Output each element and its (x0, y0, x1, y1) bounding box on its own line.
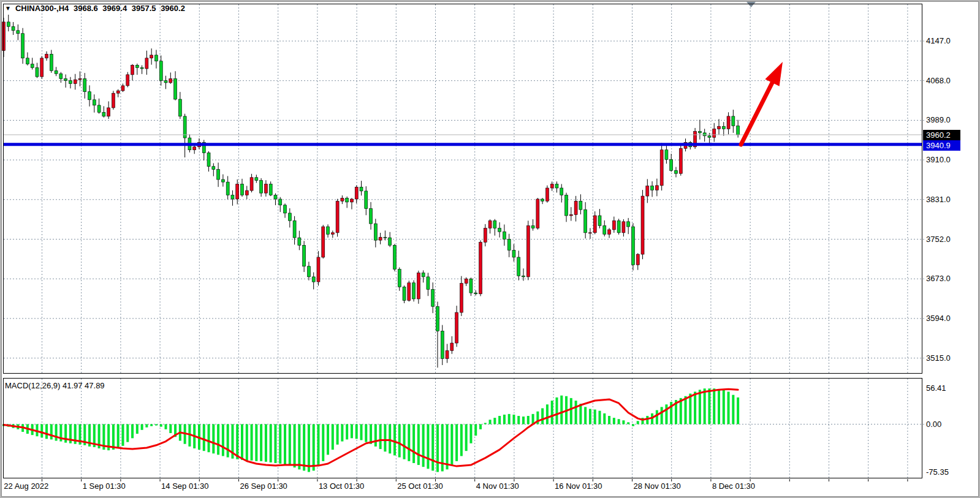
price-axis-label: 3515.0 (926, 353, 975, 363)
price-axis[interactable]: 4147.04068.03989.03910.03831.03752.03673… (922, 4, 980, 478)
macd-axis-label: 56.41 (926, 383, 946, 393)
price-axis-label: 3989.0 (926, 115, 975, 124)
ohlc-high: 3969.4 (102, 4, 127, 13)
macd-axis-label: 0.00 (926, 420, 941, 429)
macd-histogram-layer (2, 388, 739, 472)
level-price-badge: 3940.9 (923, 140, 960, 151)
time-axis[interactable]: 22 Aug 20221 Sep 01:3014 Sep 01:3026 Sep… (0, 479, 980, 495)
ohlc-close: 3960.2 (161, 4, 185, 13)
symbol-period-label: CHINA300-,H4 (15, 4, 69, 13)
ohlc-low: 3957.5 (132, 4, 156, 13)
drawing-objects-layer[interactable] (3, 2, 922, 145)
chart-window: ▼CHINA300-,H4 3968.6 3969.4 3957.5 3960.… (0, 0, 980, 498)
ohlc-open: 3968.6 (74, 4, 98, 13)
time-axis-label: 1 Sep 01:30 (83, 481, 126, 491)
time-axis-label: 14 Sep 01:30 (161, 481, 208, 491)
macd-indicator-label: MACD(12,26,9) 41.97 47.89 (5, 381, 105, 390)
price-axis-label: 3831.0 (926, 195, 975, 204)
pane-borders (4, 4, 922, 478)
macd-axis-label: -75.35 (926, 467, 949, 477)
time-axis-label: 22 Aug 2022 (4, 481, 48, 491)
trend-arrow[interactable] (741, 62, 783, 145)
chart-header: ▼CHINA300-,H4 3968.6 3969.4 3957.5 3960.… (5, 4, 188, 13)
price-axis-label: 4147.0 (926, 36, 975, 45)
price-axis-label: 3673.0 (926, 274, 975, 283)
chart-canvas[interactable] (0, 0, 980, 498)
price-axis-label: 3752.0 (926, 235, 975, 244)
time-axis-label: 16 Nov 01:30 (555, 481, 602, 491)
grid-layer (4, 4, 925, 481)
price-axis-label: 4068.0 (926, 76, 975, 85)
time-axis-label: 4 Nov 01:30 (476, 481, 519, 491)
candles-layer (2, 15, 740, 368)
symbol-dropdown-icon[interactable]: ▼ (5, 4, 11, 13)
price-axis-label: 3594.0 (926, 314, 975, 323)
time-axis-label: 26 Sep 01:30 (240, 481, 287, 491)
time-axis-label: 13 Oct 01:30 (319, 481, 364, 491)
object-anchor-marker-icon[interactable] (746, 2, 756, 7)
time-axis-label: 28 Nov 01:30 (634, 481, 681, 491)
time-axis-label: 25 Oct 01:30 (397, 481, 443, 491)
time-axis-label: 8 Dec 01:30 (712, 481, 755, 491)
current-price-badge: 3960.2 (923, 130, 960, 140)
price-axis-label: 3910.0 (926, 155, 975, 164)
